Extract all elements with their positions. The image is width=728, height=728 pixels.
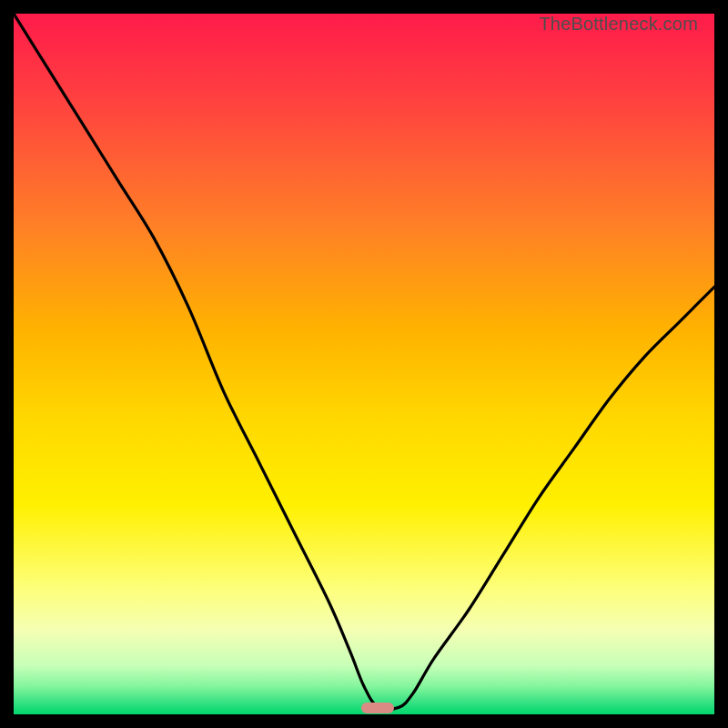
plot-area: TheBottleneck.com — [14, 14, 714, 714]
chart-frame: TheBottleneck.com — [0, 0, 728, 728]
optimal-marker — [361, 703, 394, 713]
watermark-label: TheBottleneck.com — [539, 14, 698, 35]
bottleneck-curve — [14, 14, 714, 714]
